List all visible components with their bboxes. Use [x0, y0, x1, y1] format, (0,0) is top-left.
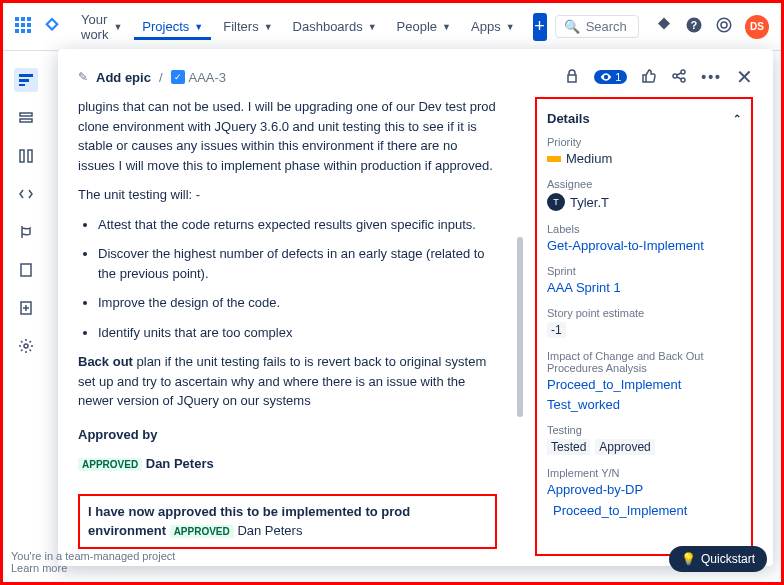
- search-placeholder: Search: [586, 19, 627, 34]
- sprint-value[interactable]: AAA Sprint 1: [547, 280, 741, 295]
- rail-pages-icon[interactable]: [14, 258, 38, 282]
- labels-label: Labels: [547, 223, 741, 235]
- svg-rect-3: [15, 23, 19, 27]
- assignee-value[interactable]: TTyler.T: [547, 193, 741, 211]
- svg-point-20: [24, 344, 28, 348]
- priority-value[interactable]: Medium: [547, 151, 741, 166]
- nav-your-work[interactable]: Your work▼: [73, 6, 130, 48]
- chevron-down-icon: ▼: [264, 22, 273, 32]
- svg-rect-7: [21, 29, 25, 33]
- chevron-down-icon: ▼: [506, 22, 515, 32]
- implement-value-1[interactable]: Approved-by-DP: [547, 482, 741, 497]
- svg-rect-11: [19, 74, 33, 77]
- approval-note: I have now approved this to be implement…: [78, 494, 497, 549]
- svg-rect-13: [19, 84, 25, 86]
- svg-rect-8: [27, 29, 31, 33]
- priority-label: Priority: [547, 136, 741, 148]
- bullet-item: Attest that the code returns expected re…: [98, 215, 497, 235]
- chevron-down-icon: ▼: [368, 22, 377, 32]
- settings-icon[interactable]: [715, 16, 733, 37]
- svg-rect-5: [27, 23, 31, 27]
- rail-roadmap-icon[interactable]: [14, 68, 38, 92]
- storypoints-value[interactable]: -1: [547, 322, 741, 338]
- rail-settings-icon[interactable]: [14, 334, 38, 358]
- rail-releases-icon[interactable]: [14, 220, 38, 244]
- svg-rect-14: [20, 113, 32, 116]
- approved-by-label: Approved by: [78, 425, 497, 445]
- chevron-down-icon: ▼: [442, 22, 451, 32]
- user-avatar[interactable]: DS: [745, 15, 769, 39]
- app-switcher-icon[interactable]: [15, 17, 31, 36]
- lightbulb-icon: 💡: [681, 552, 696, 566]
- search-input[interactable]: 🔍 Search: [555, 15, 639, 38]
- notifications-icon[interactable]: [655, 16, 673, 37]
- chevron-down-icon: ▼: [194, 22, 203, 32]
- svg-rect-4: [21, 23, 25, 27]
- approver-line: APPROVED Dan Peters: [78, 454, 497, 474]
- svg-text:?: ?: [691, 19, 697, 31]
- testing-value[interactable]: Tested Approved: [547, 439, 741, 455]
- add-epic-link[interactable]: Add epic: [96, 70, 151, 85]
- implement-label: Implement Y/N: [547, 467, 741, 479]
- scrollbar[interactable]: [517, 237, 523, 417]
- svg-rect-16: [20, 150, 24, 162]
- chevron-down-icon: ▼: [113, 22, 122, 32]
- svg-rect-18: [21, 264, 31, 276]
- impact-label: Impact of Change and Back Out Procedures…: [547, 350, 741, 374]
- issue-type-icon: ✓: [171, 70, 185, 84]
- storypoints-label: Story point estimate: [547, 307, 741, 319]
- svg-point-24: [681, 78, 685, 82]
- svg-rect-6: [15, 29, 19, 33]
- footer-project-type: You're in a team-managed project Learn m…: [11, 550, 175, 574]
- svg-rect-0: [15, 17, 19, 21]
- svg-rect-12: [19, 79, 29, 82]
- priority-medium-icon: [547, 156, 561, 162]
- backout-plan: Back out plan if the unit testing fails …: [78, 352, 497, 411]
- svg-rect-17: [28, 150, 32, 162]
- nav-apps[interactable]: Apps▼: [463, 13, 523, 40]
- issue-key-link[interactable]: ✓ AAA-3: [171, 70, 227, 85]
- share-icon[interactable]: [671, 68, 687, 87]
- assignee-label: Assignee: [547, 178, 741, 190]
- close-icon[interactable]: ✕: [736, 65, 753, 89]
- description-para2: The unit testing will: -: [78, 185, 497, 205]
- edit-icon[interactable]: ✎: [78, 70, 88, 84]
- assignee-avatar: T: [547, 193, 565, 211]
- create-button[interactable]: +: [533, 13, 547, 41]
- search-icon: 🔍: [564, 19, 580, 34]
- sprint-label: Sprint: [547, 265, 741, 277]
- rail-board-icon[interactable]: [14, 144, 38, 168]
- description-para1: plugins that can not be used. I will be …: [78, 97, 497, 175]
- testing-label: Testing: [547, 424, 741, 436]
- like-icon[interactable]: [641, 68, 657, 87]
- rail-add-icon[interactable]: [14, 296, 38, 320]
- impact-value[interactable]: Proceed_to_Implement Test_worked: [547, 377, 741, 412]
- svg-rect-15: [20, 119, 32, 122]
- rail-backlog-icon[interactable]: [14, 106, 38, 130]
- nav-dashboards[interactable]: Dashboards▼: [285, 13, 385, 40]
- help-icon[interactable]: ?: [685, 16, 703, 37]
- nav-projects[interactable]: Projects▼: [134, 13, 211, 40]
- svg-point-23: [681, 70, 685, 74]
- breadcrumb-separator: /: [159, 70, 163, 85]
- nav-filters[interactable]: Filters▼: [215, 13, 280, 40]
- quickstart-button[interactable]: 💡 Quickstart: [669, 546, 767, 572]
- bullet-item: Identify units that are too complex: [98, 323, 497, 343]
- lock-icon[interactable]: [564, 68, 580, 87]
- jira-logo-icon[interactable]: [43, 16, 61, 37]
- details-panel-header[interactable]: Details ⌃: [547, 107, 741, 136]
- bullet-item: Improve the design of the code.: [98, 293, 497, 313]
- watch-button[interactable]: 1: [594, 70, 627, 84]
- nav-people[interactable]: People▼: [389, 13, 459, 40]
- svg-rect-1: [21, 17, 25, 21]
- more-icon[interactable]: •••: [701, 69, 722, 85]
- rail-code-icon[interactable]: [14, 182, 38, 206]
- chevron-up-icon: ⌃: [733, 113, 741, 124]
- svg-rect-2: [27, 17, 31, 21]
- implement-value-2[interactable]: Proceed_to_Implement: [553, 503, 741, 518]
- svg-point-22: [673, 74, 677, 78]
- bullet-item: Discover the highest number of defects i…: [98, 244, 497, 283]
- svg-rect-21: [568, 75, 576, 82]
- labels-value[interactable]: Get-Approval-to-Implement: [547, 238, 741, 253]
